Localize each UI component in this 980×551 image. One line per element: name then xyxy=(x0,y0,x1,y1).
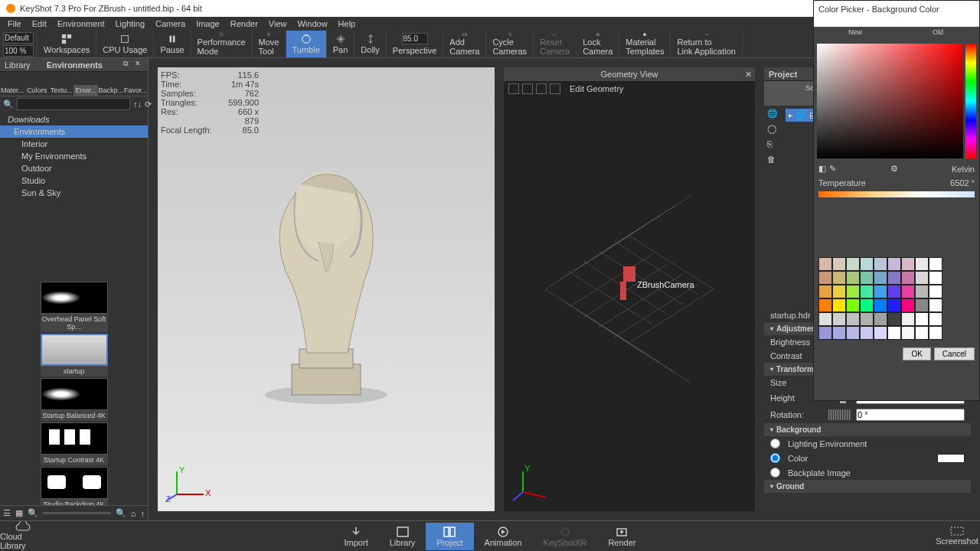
env-thumb[interactable]: Overhead Panel Soft Sp... xyxy=(41,282,108,332)
tab-materials[interactable]: Mater... xyxy=(0,85,24,96)
color-swatch[interactable] xyxy=(832,285,846,298)
zoom-in-icon[interactable]: 🔍 xyxy=(116,508,126,518)
move-tool-button[interactable]: Move Tool xyxy=(253,31,286,57)
menu-window[interactable]: Window xyxy=(292,18,332,30)
section-ground[interactable]: Ground xyxy=(764,480,971,493)
color-swatch[interactable] xyxy=(818,312,832,326)
color-swatch[interactable] xyxy=(901,271,915,285)
color-swatch[interactable] xyxy=(915,298,929,312)
color-swatch[interactable] xyxy=(860,271,874,285)
color-swatch[interactable] xyxy=(915,271,929,285)
animation-button[interactable]: Animation xyxy=(474,523,533,550)
preset-select[interactable] xyxy=(3,32,34,44)
fov-input[interactable] xyxy=(402,33,428,44)
tree-studio[interactable]: Studio xyxy=(0,174,148,187)
color-swatch[interactable] xyxy=(832,257,846,271)
camera-icon[interactable] xyxy=(550,83,560,94)
project-button[interactable]: Project xyxy=(426,523,473,550)
color-swatch[interactable] xyxy=(874,285,887,298)
pan-button[interactable]: Pan xyxy=(327,31,355,57)
color-swatch[interactable] xyxy=(818,271,832,285)
sort-icon[interactable]: ↑↓ xyxy=(133,99,142,109)
lock-camera-button[interactable]: Lock Camera xyxy=(577,31,619,57)
env-thumb[interactable]: Studio Backdrop 4K xyxy=(41,467,108,505)
color-swatch[interactable] xyxy=(915,326,929,340)
color-swatch[interactable] xyxy=(846,312,860,326)
perspective-button[interactable]: Perspective xyxy=(387,31,443,57)
bg-backplate-radio[interactable] xyxy=(770,468,780,478)
color-swatch[interactable] xyxy=(929,257,942,271)
saturation-picker[interactable] xyxy=(817,44,963,158)
menu-camera[interactable]: Camera xyxy=(151,18,190,30)
close-geom-icon[interactable]: ✕ xyxy=(745,70,752,80)
cancel-button[interactable]: Cancel xyxy=(934,347,975,360)
env-thumb[interactable]: Startup Balanced 4K xyxy=(41,378,108,421)
color-swatch[interactable] xyxy=(846,285,860,298)
rotation-input[interactable] xyxy=(856,409,965,421)
close-panel-icon[interactable]: ✕ xyxy=(132,60,143,70)
tab-environments[interactable]: Envir... xyxy=(74,85,98,96)
color-swatch[interactable] xyxy=(874,271,887,285)
zoom-out-icon[interactable]: 🔍 xyxy=(28,508,38,518)
cycle-cameras-button[interactable]: Cycle Cameras xyxy=(486,31,534,57)
eyedropper-icon[interactable]: ✎ xyxy=(829,164,836,174)
render-button[interactable]: Render xyxy=(597,523,646,550)
rotation-dial[interactable] xyxy=(828,409,851,420)
color-swatch[interactable] xyxy=(860,326,874,340)
library-search-input[interactable] xyxy=(17,98,130,110)
material-templates-button[interactable]: Material Templates xyxy=(619,31,671,57)
color-swatch[interactable] xyxy=(915,285,929,298)
color-swatch[interactable] xyxy=(901,312,915,326)
tab-backplates[interactable]: Backp... xyxy=(98,85,123,96)
bg-color-swatch[interactable] xyxy=(937,454,965,463)
color-swatch[interactable] xyxy=(929,285,942,298)
color-swatch[interactable] xyxy=(860,298,874,312)
pause-button[interactable]: Pause xyxy=(154,31,191,57)
trash-icon[interactable]: 🗑 xyxy=(767,155,779,167)
color-swatch[interactable] xyxy=(929,312,942,326)
menu-edit[interactable]: Edit xyxy=(28,18,51,30)
color-swatch[interactable] xyxy=(860,285,874,298)
list-view-icon[interactable]: ☰ xyxy=(3,508,11,518)
color-swatch[interactable] xyxy=(887,326,901,340)
import-button[interactable]: Import xyxy=(334,523,379,550)
temperature-slider[interactable] xyxy=(818,191,975,197)
tree-downloads[interactable]: Downloads xyxy=(0,113,148,126)
render-viewport[interactable]: FPS:115.6 Time:1m 47s Samples:762 Triang… xyxy=(158,67,495,511)
edit-geometry-label[interactable]: Edit Geometry xyxy=(570,84,623,93)
reset-camera-button[interactable]: Reset Camera xyxy=(534,31,577,57)
add-camera-button[interactable]: Add Camera xyxy=(443,31,486,57)
swatch-icon[interactable]: ◧ xyxy=(818,164,826,174)
color-swatch[interactable] xyxy=(915,257,929,271)
color-swatch[interactable] xyxy=(832,312,846,326)
color-swatch[interactable] xyxy=(929,271,942,285)
tree-outdoor[interactable]: Outdoor xyxy=(0,162,148,174)
tab-textures[interactable]: Textu... xyxy=(49,85,74,96)
geometry-grid[interactable]: ZBrushCamera xyxy=(530,190,729,389)
color-swatch[interactable] xyxy=(860,257,874,271)
menu-help[interactable]: Help xyxy=(334,18,361,30)
zoom-input[interactable] xyxy=(3,45,34,57)
hue-slider[interactable] xyxy=(965,44,976,158)
tree-interior[interactable]: Interior xyxy=(0,138,148,150)
globe-icon[interactable]: 🌐 xyxy=(767,109,779,121)
color-swatch[interactable] xyxy=(887,271,901,285)
color-swatch[interactable] xyxy=(846,257,860,271)
menu-file[interactable]: File xyxy=(3,18,26,30)
cpu-usage-button[interactable]: CPU Usage xyxy=(96,31,154,57)
color-swatch[interactable] xyxy=(901,298,915,312)
color-swatch[interactable] xyxy=(901,257,915,271)
screenshot-button[interactable]: Screenshot xyxy=(934,520,980,551)
color-swatch[interactable] xyxy=(832,298,846,312)
env-thumb[interactable]: Startup Contrast 4K xyxy=(41,422,108,465)
color-swatch[interactable] xyxy=(929,298,942,312)
menu-render[interactable]: Render xyxy=(226,18,263,30)
color-swatch[interactable] xyxy=(860,312,874,326)
wireframe-icon[interactable] xyxy=(536,83,547,94)
color-swatch[interactable] xyxy=(887,285,901,298)
gear-icon[interactable] xyxy=(508,83,519,94)
box-icon[interactable] xyxy=(522,83,533,94)
color-swatch[interactable] xyxy=(818,257,832,271)
home-icon[interactable]: ⌂ xyxy=(131,509,136,518)
library-button[interactable]: Library xyxy=(379,523,426,550)
